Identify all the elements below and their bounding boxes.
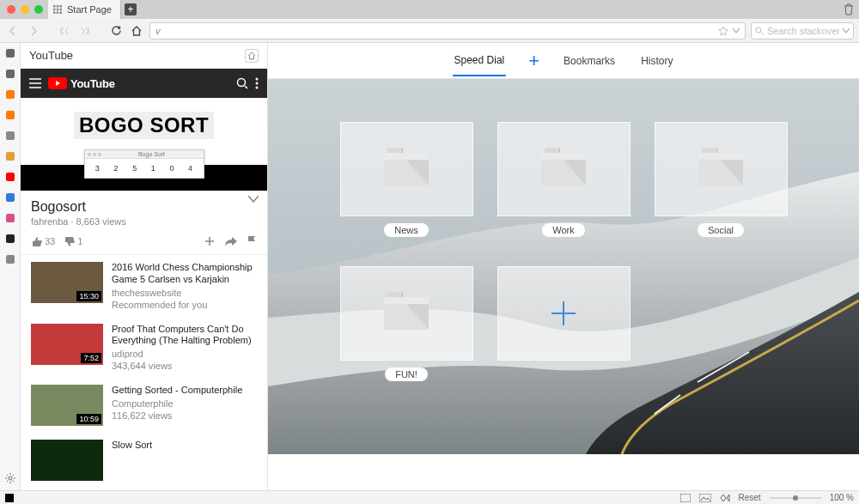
svg-point-25 <box>256 87 259 89</box>
gear-orange-icon[interactable] <box>3 108 17 122</box>
add-to-button[interactable] <box>204 235 216 247</box>
page-actions-button[interactable] <box>720 494 730 502</box>
rewind-button[interactable] <box>57 23 72 39</box>
svg-rect-2 <box>60 5 63 8</box>
speed-dial: Speed Dial + Bookmarks History NewsWorkS… <box>268 43 859 490</box>
maximize-window[interactable] <box>34 5 43 14</box>
tile-label: Social <box>698 223 744 237</box>
svg-rect-4 <box>57 9 59 11</box>
speed-dial-tile[interactable] <box>497 122 631 216</box>
youtube-logo[interactable]: YouTube <box>48 77 115 90</box>
tab-history[interactable]: History <box>639 46 674 76</box>
brush-icon[interactable] <box>3 149 17 163</box>
svg-rect-12 <box>6 90 15 99</box>
svg-point-22 <box>238 79 246 87</box>
new-tab-button[interactable]: + <box>121 0 140 19</box>
svg-rect-0 <box>53 5 56 8</box>
suggestion-item[interactable]: 15:302016 World Chess Championship Game … <box>21 255 267 317</box>
window-controls <box>5 0 48 19</box>
browser-tab[interactable]: Start Page <box>48 0 121 19</box>
add-tile-button[interactable] <box>497 266 631 361</box>
add-speed-dial-button[interactable]: + <box>528 50 539 72</box>
tile-label: FUN! <box>385 367 428 381</box>
reset-zoom-button[interactable]: Reset <box>739 493 761 502</box>
minimize-window[interactable] <box>21 5 29 14</box>
address-bar[interactable]: v <box>149 22 746 39</box>
tiling-button[interactable] <box>680 494 691 502</box>
tabstrip: Start Page + <box>0 0 859 19</box>
web-panel: YouTube YouTube BOGO SORT Bogo Sort 3251… <box>21 43 268 490</box>
svg-rect-6 <box>53 12 56 15</box>
tab-title: Start Page <box>67 4 112 15</box>
speed-dial-tile[interactable] <box>655 122 788 216</box>
suggestion-channel: Computerphile <box>112 398 242 409</box>
suggestion-title: Proof That Computers Can't Do Everything… <box>112 324 257 348</box>
youtube-header: YouTube <box>21 69 267 98</box>
trello-icon[interactable] <box>3 191 17 204</box>
close-window[interactable] <box>7 5 15 14</box>
search-box[interactable]: Search stackoverflow <box>751 22 854 39</box>
tab-speed-dial[interactable]: Speed Dial <box>453 46 507 76</box>
downloads-icon[interactable] <box>3 67 17 81</box>
svg-rect-16 <box>6 173 15 181</box>
suggestion-channel: thechesswebsite <box>112 288 257 298</box>
panel-title: YouTube <box>29 49 73 62</box>
speed-dial-tabs: Speed Dial + Bookmarks History <box>268 43 859 79</box>
suggestion-meta: 116,622 views <box>112 410 242 421</box>
search-icon[interactable] <box>236 77 248 89</box>
thumbnail: 7:52 <box>31 324 103 365</box>
search-dropdown-icon[interactable] <box>843 28 850 33</box>
zoom-slider[interactable] <box>770 495 821 501</box>
svg-rect-15 <box>6 152 15 161</box>
suggestion-title: 2016 World Chess Championship Game 5 Car… <box>112 262 257 286</box>
video-hero-window: Bogo Sort 325104 <box>84 149 204 179</box>
home-button[interactable] <box>129 23 144 39</box>
suggestion-channel: udiprod <box>112 349 257 359</box>
youtube-logo-text: YouTube <box>70 77 115 90</box>
panel-toggle-button[interactable] <box>5 494 14 502</box>
closed-tabs-button[interactable] <box>844 0 854 19</box>
settings-button[interactable] <box>3 471 17 485</box>
back-button[interactable] <box>5 23 21 39</box>
bookmarks-icon[interactable] <box>3 46 17 60</box>
suggestion-item[interactable]: Slow Sort <box>21 433 267 488</box>
hn-icon[interactable] <box>3 88 17 101</box>
forward-button[interactable] <box>26 23 41 39</box>
suggestion-item[interactable]: 10:59Getting Sorted - ComputerphileCompu… <box>21 378 267 433</box>
address-dropdown-icon[interactable] <box>733 28 740 33</box>
flag-button[interactable] <box>247 235 257 247</box>
panel-home-button[interactable] <box>245 49 259 63</box>
reload-button[interactable] <box>108 23 124 39</box>
github-icon[interactable] <box>3 232 17 246</box>
address-value: v <box>155 26 161 36</box>
tab-bookmarks[interactable]: Bookmarks <box>562 46 617 76</box>
tile-label: Work <box>542 223 584 237</box>
fast-forward-button[interactable] <box>77 23 93 39</box>
video-player[interactable]: BOGO SORT Bogo Sort 325104 <box>21 98 267 191</box>
svg-rect-27 <box>680 494 691 502</box>
speed-dial-tile[interactable] <box>340 122 473 216</box>
thumbnail <box>31 440 103 481</box>
suggestion-list: 15:302016 World Chess Championship Game … <box>21 254 267 488</box>
dislike-button[interactable]: 1 <box>64 236 82 247</box>
speed-dial-tile[interactable] <box>340 266 473 361</box>
more-icon[interactable] <box>255 77 259 89</box>
menu-icon[interactable] <box>29 78 41 88</box>
image-toggle-button[interactable] <box>699 494 711 502</box>
thumbnail: 15:30 <box>31 262 103 303</box>
expand-button[interactable] <box>248 196 259 203</box>
slack-icon[interactable] <box>3 211 17 225</box>
search-panel-icon[interactable] <box>3 129 17 143</box>
video-channel[interactable]: fahrenba <box>31 216 68 227</box>
suggestion-title: Getting Sorted - Computerphile <box>112 385 242 397</box>
svg-rect-20 <box>6 255 15 264</box>
youtube-icon[interactable] <box>3 170 17 184</box>
suggestion-item[interactable]: 7:52Proof That Computers Can't Do Everyt… <box>21 317 267 379</box>
youtube-play-icon <box>48 77 67 89</box>
add-panel-icon[interactable] <box>3 252 17 266</box>
video-hero-title: BOGO SORT <box>74 112 214 139</box>
bookmark-icon[interactable] <box>719 27 728 35</box>
like-button[interactable]: 33 <box>31 236 55 247</box>
share-button[interactable] <box>224 236 238 247</box>
toolbar: v Search stackoverflow <box>0 19 859 43</box>
